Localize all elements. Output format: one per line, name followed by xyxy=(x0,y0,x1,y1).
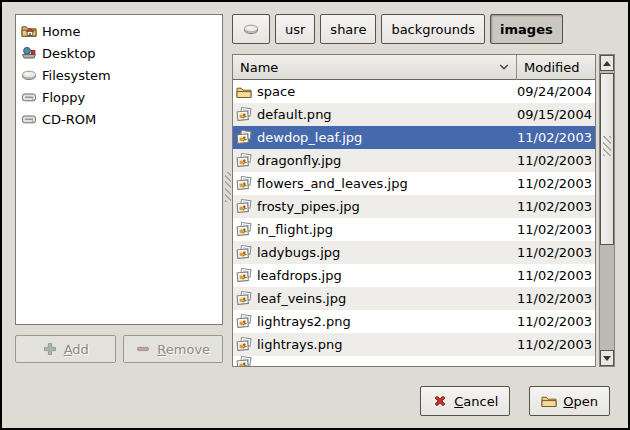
main-area: Home Desktop Filesystem Floppy CD-ROM xyxy=(15,14,615,367)
file-modified: 09/15/2004 xyxy=(517,107,595,122)
file-row[interactable]: lightrays.png 11/02/2003 xyxy=(233,333,595,356)
image-file-icon xyxy=(236,176,252,192)
file-row[interactable]: space 09/24/2004 xyxy=(233,80,595,103)
remove-button-label: Remove xyxy=(157,342,210,357)
desktop-icon xyxy=(21,45,37,61)
file-modified: 11/02/2003 xyxy=(517,222,595,237)
file-row[interactable]: in_flight.jpg 11/02/2003 xyxy=(233,218,595,241)
path-button-images[interactable]: images xyxy=(490,14,563,44)
shortcut-label: Filesystem xyxy=(42,68,111,83)
shortcut-label: Floppy xyxy=(42,90,85,105)
cancel-x-icon xyxy=(432,393,448,409)
file-list-area: Name Modified space 09/24/2004 xyxy=(232,54,615,367)
file-row[interactable]: dragonfly.jpg 11/02/2003 xyxy=(233,149,595,172)
file-name: in_flight.jpg xyxy=(257,222,333,237)
image-file-icon xyxy=(236,199,252,215)
file-modified: 11/02/2003 xyxy=(517,153,595,168)
shortcut-label: CD-ROM xyxy=(42,112,96,127)
folder-icon xyxy=(236,84,252,100)
drive-icon xyxy=(21,89,37,105)
file-name: leafdrops.jpg xyxy=(257,268,342,283)
home-folder-icon xyxy=(21,23,37,39)
file-modified: 11/02/2003 xyxy=(517,199,595,214)
path-button-usr[interactable]: usr xyxy=(275,14,315,44)
image-file-icon xyxy=(236,245,252,261)
file-modified: 11/02/2003 xyxy=(517,176,595,191)
splitter-grip-icon xyxy=(225,172,231,202)
open-button[interactable]: Open xyxy=(529,386,610,416)
column-header-modified[interactable]: Modified xyxy=(517,55,595,80)
remove-minus-icon xyxy=(135,341,151,357)
file-row[interactable]: lightrays2.png 11/02/2003 xyxy=(233,310,595,333)
path-button-root[interactable] xyxy=(232,14,270,44)
file-modified: 11/02/2003 xyxy=(517,268,595,283)
image-file-icon xyxy=(236,356,252,366)
file-modified: 11/02/2003 xyxy=(517,245,595,260)
shortcut-item-floppy[interactable]: Floppy xyxy=(18,86,220,108)
shortcut-item-filesystem[interactable]: Filesystem xyxy=(18,64,220,86)
file-name: dewdop_leaf.jpg xyxy=(257,130,362,145)
open-button-label: Open xyxy=(563,394,598,409)
file-row-partial[interactable] xyxy=(233,356,595,366)
open-folder-icon xyxy=(541,393,557,409)
shortcut-item-cdrom[interactable]: CD-ROM xyxy=(18,108,220,130)
cancel-button[interactable]: Cancel xyxy=(420,386,510,416)
shortcut-label: Desktop xyxy=(42,46,96,61)
remove-button[interactable]: Remove xyxy=(123,335,224,363)
file-row-selected[interactable]: dewdop_leaf.jpg 11/02/2003 xyxy=(233,126,595,149)
add-button-label: Add xyxy=(64,342,89,357)
file-name: lightrays2.png xyxy=(257,314,351,329)
file-name: space xyxy=(257,84,295,99)
shortcut-item-desktop[interactable]: Desktop xyxy=(18,42,220,64)
scrollbar-thumb[interactable] xyxy=(600,73,614,245)
image-file-icon xyxy=(236,337,252,353)
image-file-icon xyxy=(236,314,252,330)
file-name: ladybugs.jpg xyxy=(257,245,340,260)
list-header: Name Modified xyxy=(233,55,595,80)
file-modified: 09/24/2004 xyxy=(517,84,595,99)
shortcut-item-home[interactable]: Home xyxy=(18,20,220,42)
path-bar: usr share backgrounds images xyxy=(232,14,615,44)
disk-icon xyxy=(21,67,37,83)
image-file-icon xyxy=(236,291,252,307)
path-button-share[interactable]: share xyxy=(320,14,376,44)
file-modified: 11/02/2003 xyxy=(517,314,595,329)
file-row[interactable]: frosty_pipes.jpg 11/02/2003 xyxy=(233,195,595,218)
file-name: lightrays.png xyxy=(257,337,342,352)
file-row[interactable]: flowers_and_leaves.jpg 11/02/2003 xyxy=(233,172,595,195)
file-name: dragonfly.jpg xyxy=(257,153,341,168)
arrow-down-icon xyxy=(603,356,611,361)
file-pane: usr share backgrounds images Name xyxy=(232,14,615,367)
file-row[interactable]: default.png 09/15/2004 xyxy=(233,103,595,126)
file-name: leaf_veins.jpg xyxy=(257,291,346,306)
shortcut-buttons: Add Remove xyxy=(15,335,223,363)
shortcut-label: Home xyxy=(42,24,80,39)
scroll-down-button[interactable] xyxy=(600,350,614,366)
scroll-up-button[interactable] xyxy=(600,55,614,71)
image-file-icon xyxy=(236,130,252,146)
file-row[interactable]: leafdrops.jpg 11/02/2003 xyxy=(233,264,595,287)
file-list: Name Modified space 09/24/2004 xyxy=(232,54,596,367)
file-modified: 11/02/2003 xyxy=(517,291,595,306)
file-row[interactable]: leaf_veins.jpg 11/02/2003 xyxy=(233,287,595,310)
file-chooser-dialog: Home Desktop Filesystem Floppy CD-ROM xyxy=(0,0,630,430)
shortcuts-list: Home Desktop Filesystem Floppy CD-ROM xyxy=(15,14,223,325)
path-button-backgrounds[interactable]: backgrounds xyxy=(381,14,485,44)
drive-icon xyxy=(21,111,37,127)
column-header-name[interactable]: Name xyxy=(233,55,517,80)
vertical-scrollbar[interactable] xyxy=(599,54,615,367)
image-file-icon xyxy=(236,222,252,238)
pane-splitter[interactable] xyxy=(223,14,232,367)
disk-icon xyxy=(243,21,259,37)
file-name: frosty_pipes.jpg xyxy=(257,199,360,214)
chevron-down-icon xyxy=(499,64,509,70)
file-modified: 11/02/2003 xyxy=(517,337,595,352)
file-rows: space 09/24/2004 default.png 09/15/2004 … xyxy=(233,80,595,366)
file-name: flowers_and_leaves.jpg xyxy=(257,176,408,191)
file-row[interactable]: ladybugs.jpg 11/02/2003 xyxy=(233,241,595,264)
shortcuts-pane: Home Desktop Filesystem Floppy CD-ROM xyxy=(15,14,223,367)
image-file-icon xyxy=(236,107,252,123)
cancel-button-label: Cancel xyxy=(454,394,498,409)
add-button[interactable]: Add xyxy=(15,335,116,363)
image-file-icon xyxy=(236,153,252,169)
